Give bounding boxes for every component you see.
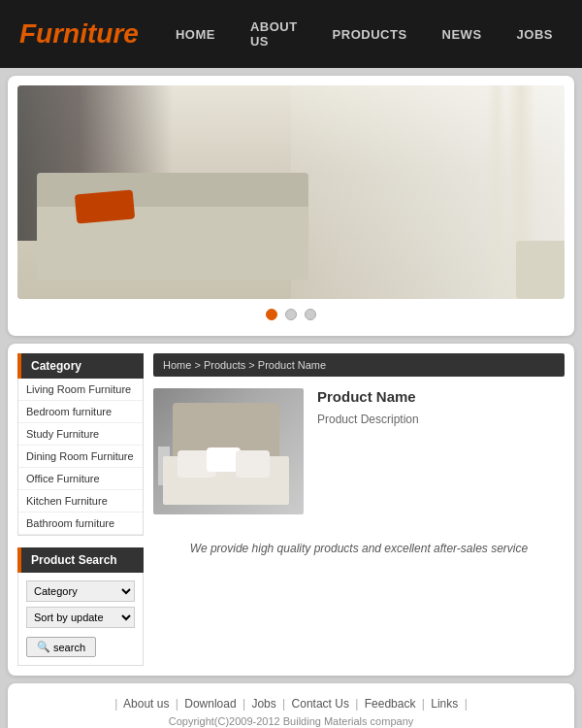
footer-copyright: Copyright(C)2009-2012 Building Materials… — [17, 715, 565, 727]
product-name: Product Name — [317, 388, 565, 405]
search-icon: 🔍 — [37, 641, 50, 653]
sidebar: Category Living Room Furniture Bedroom f… — [17, 353, 144, 666]
breadcrumb: Home > Products > Product Name — [153, 353, 565, 377]
promo-text: We provide high quality products and exc… — [153, 534, 565, 563]
category-item-dining[interactable]: Dining Room Furniture — [18, 446, 143, 468]
content-layout: Category Living Room Furniture Bedroom f… — [17, 353, 565, 666]
footer-link-jobs[interactable]: Jobs — [251, 697, 275, 711]
pillow-3 — [236, 450, 270, 478]
category-select[interactable]: Category — [26, 580, 135, 602]
sep-2: | — [242, 697, 245, 711]
hero-banner — [17, 85, 565, 299]
nav-products[interactable]: PRODUCTS — [325, 22, 415, 47]
category-item-study[interactable]: Study Furniture — [18, 423, 143, 446]
product-image-container — [153, 388, 304, 514]
main-nav: HOME ABOUT US PRODUCTS NEWS JOBS CONTACT — [168, 15, 582, 53]
dot-3[interactable] — [305, 309, 316, 320]
header: Furniture HOME ABOUT US PRODUCTS NEWS JO… — [0, 0, 582, 68]
nav-about[interactable]: ABOUT US — [242, 15, 306, 53]
category-item-livingroom[interactable]: Living Room Furniture — [18, 379, 143, 401]
logo-letter: F — [19, 18, 36, 49]
logo-rest: urniture — [36, 18, 139, 49]
sep-1: | — [176, 697, 178, 711]
category-menu: Living Room Furniture Bedroom furniture … — [17, 379, 144, 536]
search-button[interactable]: 🔍 search — [26, 637, 96, 657]
search-body: Category Sort by update 🔍 search — [17, 573, 144, 666]
nav-news[interactable]: NEWS — [435, 22, 490, 47]
category-link-bedroom[interactable]: Bedroom furniture — [18, 401, 143, 423]
category-link-kitchen[interactable]: Kitchen Furniture — [18, 490, 143, 513]
category-link-dining[interactable]: Dining Room Furniture — [18, 446, 143, 468]
sofa — [37, 202, 308, 280]
dot-2[interactable] — [285, 309, 297, 320]
sep-end: | — [465, 697, 468, 711]
footer-links: | About us | Download | Jobs | Contact U… — [17, 697, 565, 711]
footer-link-feedback[interactable]: Feedback — [365, 697, 416, 711]
footer-link-download[interactable]: Download — [184, 697, 236, 711]
orange-cushion — [75, 189, 135, 223]
search-title: Product Search — [17, 547, 144, 573]
sep-3: | — [282, 697, 285, 711]
sep-4: | — [355, 697, 358, 711]
sep-5: | — [422, 697, 425, 711]
curtain-right — [487, 85, 506, 299]
product-info: Product Name Product Description — [317, 388, 565, 514]
nav-home[interactable]: HOME — [168, 22, 223, 47]
banner-wrapper — [8, 76, 574, 336]
main-content: Home > Products > Product Name Product N… — [153, 353, 565, 666]
banner-dots — [17, 299, 565, 326]
footer: | About us | Download | Jobs | Contact U… — [8, 683, 574, 728]
sep-start: | — [114, 697, 117, 711]
banner-inner — [17, 85, 565, 299]
category-item-kitchen[interactable]: Kitchen Furniture — [18, 490, 143, 513]
product-search: Product Search Category Sort by update 🔍… — [17, 547, 144, 666]
category-link-office[interactable]: Office Furniture — [18, 468, 143, 490]
category-link-study[interactable]: Study Furniture — [18, 423, 143, 446]
category-item-bathroom[interactable]: Bathroom furniture — [18, 513, 143, 535]
main-wrapper: Category Living Room Furniture Bedroom f… — [8, 344, 574, 676]
footer-link-contact[interactable]: Contact Us — [292, 697, 349, 711]
category-item-bedroom[interactable]: Bedroom furniture — [18, 401, 143, 423]
category-title: Category — [17, 353, 144, 379]
product-image-box — [153, 388, 304, 514]
breadcrumb-text: Home > Products > Product Name — [163, 359, 326, 371]
sort-select[interactable]: Sort by update — [26, 607, 135, 628]
product-description: Product Description — [317, 413, 565, 426]
footer-link-links[interactable]: Links — [431, 697, 458, 711]
search-button-label: search — [53, 642, 85, 653]
footer-link-about[interactable]: About us — [123, 697, 169, 711]
category-link-livingroom[interactable]: Living Room Furniture — [18, 379, 143, 401]
logo[interactable]: Furniture — [19, 18, 139, 50]
dot-1[interactable] — [266, 309, 277, 320]
nav-jobs[interactable]: JOBS — [509, 22, 561, 47]
category-item-office[interactable]: Office Furniture — [18, 468, 143, 490]
sofa-side-cushion — [516, 241, 565, 299]
category-link-bathroom[interactable]: Bathroom furniture — [18, 513, 143, 535]
product-area: Product Name Product Description — [153, 388, 565, 514]
